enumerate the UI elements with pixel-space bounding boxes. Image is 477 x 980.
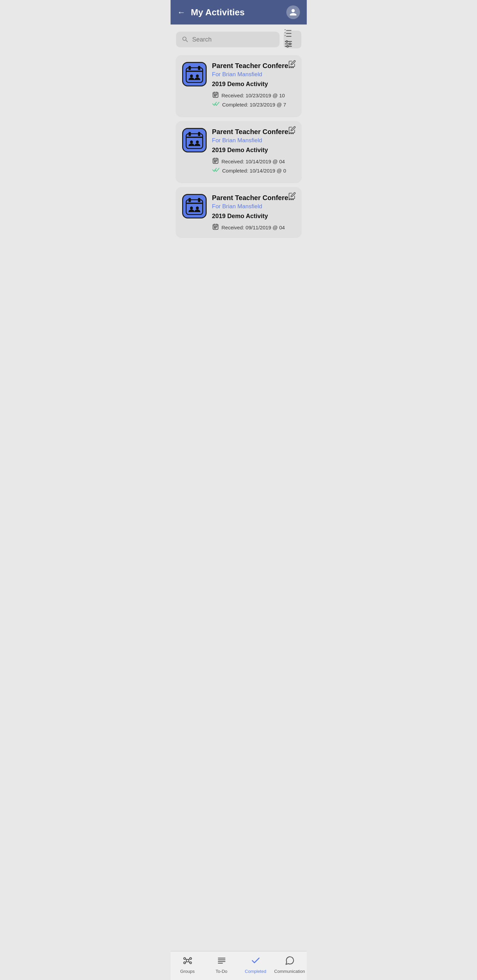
nav-completed-label: Completed [245, 969, 266, 974]
search-area [171, 24, 307, 52]
card-activity-name: 2019 Demo Activity [212, 213, 295, 220]
search-input[interactable] [192, 36, 274, 43]
activity-list: Parent Teacher Confere... For Brian Mans… [171, 52, 307, 951]
search-icon [182, 36, 189, 43]
calendar-icon [212, 157, 219, 166]
svg-rect-9 [198, 66, 200, 70]
svg-rect-22 [186, 134, 203, 148]
svg-line-59 [185, 959, 187, 959]
svg-point-21 [215, 95, 216, 96]
svg-point-27 [190, 140, 193, 143]
svg-point-37 [215, 162, 216, 162]
svg-point-51 [216, 227, 217, 227]
bottom-nav: Groups To-Do Completed Communication [171, 951, 307, 980]
nav-completed[interactable]: Completed [239, 956, 273, 974]
card-activity-name: 2019 Demo Activity [212, 147, 295, 154]
nav-groups[interactable]: Groups [171, 956, 205, 974]
nav-communication[interactable]: Communication [273, 956, 307, 974]
svg-rect-10 [186, 71, 203, 72]
calendar-group-icon [185, 197, 203, 215]
filter-button[interactable] [284, 30, 302, 48]
svg-point-50 [215, 227, 216, 227]
back-button[interactable]: ← [177, 8, 185, 17]
card-received-row: Received: 09/11/2019 @ 04 [212, 223, 295, 232]
svg-point-35 [216, 161, 217, 161]
svg-rect-40 [188, 198, 191, 202]
todo-icon [217, 956, 227, 967]
card-completed-row: Completed: 10/14/2019 @ 0 [212, 167, 295, 174]
card-title: Parent Teacher Confere... [212, 194, 295, 202]
svg-point-36 [214, 162, 214, 162]
card-received-text: Received: 09/11/2019 @ 04 [222, 224, 285, 231]
svg-point-53 [215, 228, 216, 228]
activity-card[interactable]: Parent Teacher Confere... For Brian Mans… [176, 187, 302, 237]
svg-point-18 [215, 95, 216, 95]
calendar-icon [212, 91, 219, 100]
svg-line-62 [188, 962, 190, 963]
card-person: For Brian Mansfield [212, 203, 295, 210]
card-title: Parent Teacher Confere... [212, 128, 295, 136]
activity-card[interactable]: Parent Teacher Confere... For Brian Mans… [176, 55, 302, 116]
svg-point-57 [183, 962, 185, 964]
card-activity-name: 2019 Demo Activity [212, 81, 295, 88]
svg-line-60 [188, 959, 190, 959]
activity-icon-wrap [182, 194, 207, 218]
svg-point-55 [183, 958, 185, 959]
calendar-icon [212, 223, 219, 232]
svg-point-52 [214, 228, 214, 228]
card-completed-text: Completed: 10/14/2019 @ 0 [222, 168, 286, 173]
search-bar [176, 32, 279, 47]
svg-point-49 [214, 227, 214, 227]
card-content: Parent Teacher Confere... For Brian Mans… [212, 194, 295, 233]
nav-communication-label: Communication [274, 969, 305, 974]
svg-point-17 [214, 95, 214, 95]
card-completed-text: Completed: 10/23/2019 @ 7 [222, 102, 286, 108]
card-received-text: Received: 10/23/2019 @ 10 [222, 92, 285, 98]
svg-point-5 [287, 46, 289, 47]
svg-line-61 [185, 962, 187, 963]
edit-button[interactable] [289, 126, 296, 135]
card-content: Parent Teacher Confere... For Brian Mans… [212, 128, 295, 176]
header: ← My Activities [171, 0, 307, 24]
completed-check-icon [212, 167, 220, 174]
svg-point-4 [289, 43, 291, 45]
svg-rect-8 [188, 66, 191, 70]
activity-icon-wrap [182, 128, 207, 153]
card-person: For Brian Mansfield [212, 137, 295, 144]
svg-point-44 [196, 207, 199, 210]
edit-button[interactable] [289, 60, 296, 69]
user-avatar[interactable] [286, 5, 300, 19]
person-icon [289, 8, 297, 16]
nav-todo[interactable]: To-Do [205, 956, 239, 974]
card-completed-row: Completed: 10/23/2019 @ 7 [212, 101, 295, 108]
edit-button[interactable] [289, 192, 296, 201]
activity-icon-wrap [182, 62, 207, 86]
svg-point-56 [190, 958, 192, 959]
card-received-row: Received: 10/23/2019 @ 10 [212, 91, 295, 100]
svg-point-12 [196, 75, 199, 78]
svg-point-43 [190, 207, 193, 210]
activity-card[interactable]: Parent Teacher Confere... For Brian Mans… [176, 121, 302, 182]
svg-point-58 [190, 962, 192, 964]
filter-icon [284, 28, 302, 51]
card-content: Parent Teacher Confere... For Brian Mans… [212, 62, 295, 110]
nav-todo-label: To-Do [215, 969, 227, 974]
svg-point-33 [214, 161, 214, 161]
svg-rect-41 [198, 198, 200, 202]
card-person: For Brian Mansfield [212, 71, 295, 78]
svg-point-11 [190, 75, 193, 78]
svg-point-3 [286, 41, 288, 43]
nav-groups-label: Groups [180, 969, 195, 974]
card-received-text: Received: 10/14/2019 @ 04 [222, 159, 285, 164]
svg-point-20 [214, 95, 214, 96]
groups-icon [182, 956, 193, 967]
svg-rect-38 [186, 200, 203, 215]
svg-rect-26 [186, 137, 203, 138]
calendar-group-icon [185, 131, 203, 149]
completed-icon [250, 956, 261, 967]
page-title: My Activities [191, 7, 281, 18]
svg-rect-25 [198, 132, 200, 136]
svg-point-19 [216, 95, 217, 95]
communication-icon [285, 956, 295, 967]
svg-rect-42 [186, 203, 203, 204]
